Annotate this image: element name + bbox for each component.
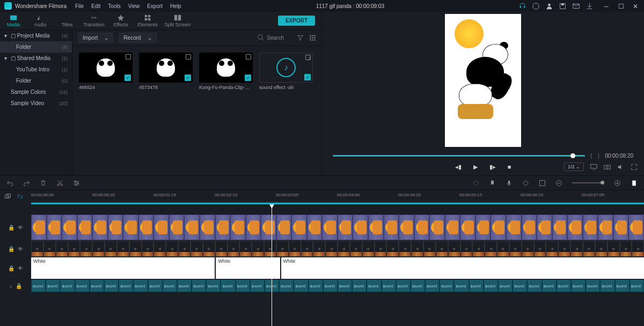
video-clip[interactable]: ✦ xyxy=(375,241,387,257)
title-clip[interactable]: White xyxy=(31,257,215,279)
video-clip[interactable]: ✦ xyxy=(632,241,644,257)
video-clip[interactable]: ✦ xyxy=(43,241,56,257)
tab-elements[interactable]: Elements xyxy=(134,12,161,29)
grid-icon[interactable] xyxy=(309,34,316,41)
video-clip[interactable] xyxy=(153,214,169,240)
media-thumb[interactable]: ✓466524 xyxy=(79,53,133,90)
audio-clip[interactable]: sound xyxy=(440,279,454,292)
menu-file[interactable]: File xyxy=(75,3,84,9)
video-clip[interactable] xyxy=(77,214,93,240)
video-clip[interactable]: ✦ xyxy=(386,241,399,257)
audio-clip[interactable]: sound xyxy=(571,279,586,292)
video-clip[interactable]: ✦ xyxy=(608,241,620,257)
prev-frame-button[interactable]: ◂▮ xyxy=(455,164,462,171)
audio-clip[interactable]: sound xyxy=(309,279,323,292)
video-clip[interactable]: ✦ xyxy=(570,241,583,257)
video-clip[interactable]: ✦ xyxy=(436,241,448,257)
preview-scale[interactable]: 1/2 ⌄ xyxy=(564,162,584,171)
audio-clip[interactable]: sound xyxy=(484,279,498,292)
video-clip[interactable]: ✦ xyxy=(105,241,117,257)
video-clip[interactable] xyxy=(276,214,292,240)
audio-clip[interactable]: sound xyxy=(542,279,557,292)
video-clip[interactable] xyxy=(200,214,215,240)
save-icon[interactable] xyxy=(559,3,566,10)
audio-clip[interactable]: sound xyxy=(513,279,527,292)
export-button[interactable]: EXPORT xyxy=(278,16,315,26)
audio-clip[interactable]: sound xyxy=(600,279,614,292)
user-icon[interactable] xyxy=(546,3,553,10)
video-clip[interactable] xyxy=(598,214,613,240)
audio-clip[interactable]: sound xyxy=(367,279,381,292)
keyframe-icon[interactable] xyxy=(522,180,529,187)
video-clip[interactable] xyxy=(261,214,276,240)
video-clip[interactable]: ✦ xyxy=(289,241,301,257)
audio-clip[interactable]: sound xyxy=(119,279,133,292)
video-clip[interactable] xyxy=(628,214,644,240)
audio-clip[interactable]: sound xyxy=(323,279,338,292)
audio-clip[interactable]: sound xyxy=(90,279,104,292)
video-clip[interactable]: ✦ xyxy=(252,241,264,257)
video-clip[interactable]: ✦ xyxy=(80,241,92,257)
zoom-in-icon[interactable] xyxy=(614,180,621,187)
play-button[interactable]: ▶ xyxy=(473,164,478,171)
video-clip[interactable]: ✦ xyxy=(509,241,522,257)
audio-track[interactable]: sound sound sound sound sound sound soun… xyxy=(31,279,644,292)
audio-clip[interactable]: sound xyxy=(338,279,352,292)
video-clip[interactable] xyxy=(138,214,154,240)
video-clip[interactable]: ✦ xyxy=(325,241,338,257)
audio-clip[interactable]: sound xyxy=(163,279,177,292)
audio-clip[interactable]: sound xyxy=(352,279,367,292)
voiceover-icon[interactable] xyxy=(506,180,513,187)
sidebar-item[interactable]: Folder(0) xyxy=(0,75,72,86)
preview-canvas[interactable] xyxy=(445,14,521,147)
video-clip[interactable] xyxy=(338,214,353,240)
title-clip[interactable]: White xyxy=(216,257,280,279)
playhead[interactable] xyxy=(272,206,272,326)
tab-titles[interactable]: Titles xyxy=(54,12,80,29)
video-clip[interactable] xyxy=(31,214,47,240)
sidebar-item[interactable]: Sample Colors(15) xyxy=(0,86,72,98)
mute-icon[interactable]: ♪ xyxy=(10,283,12,289)
video-clip[interactable]: ✦ xyxy=(620,241,632,257)
video-clip[interactable] xyxy=(246,214,261,240)
video-clip[interactable] xyxy=(552,214,568,240)
lock-icon[interactable]: 🔒 xyxy=(8,225,14,231)
title-clip[interactable]: White xyxy=(281,257,644,279)
delete-icon[interactable] xyxy=(40,180,47,187)
video-clip[interactable] xyxy=(613,214,629,240)
video-clip[interactable]: ✦ xyxy=(142,241,154,257)
info-icon[interactable] xyxy=(532,3,539,10)
video-clip[interactable] xyxy=(384,214,399,240)
menu-edit[interactable]: Edit xyxy=(91,3,100,9)
record-dropdown[interactable]: Record⌄ xyxy=(119,33,156,43)
video-clip[interactable]: ✦ xyxy=(423,241,436,257)
video-clip[interactable]: ✦ xyxy=(239,241,252,257)
undo-icon[interactable] xyxy=(6,180,13,187)
menu-export[interactable]: Export xyxy=(147,3,163,9)
preview-scrubber[interactable] xyxy=(333,155,585,157)
overlap-icon[interactable] xyxy=(4,193,11,200)
video-clip[interactable] xyxy=(537,214,552,240)
snapshot-icon[interactable] xyxy=(604,164,611,171)
audio-clip[interactable]: sound xyxy=(104,279,119,292)
eye-icon[interactable]: 👁 xyxy=(18,246,23,252)
audio-clip[interactable]: sound xyxy=(236,279,250,292)
download-icon[interactable] xyxy=(586,3,593,10)
audio-clip[interactable]: sound xyxy=(192,279,206,292)
filter-icon[interactable] xyxy=(297,34,304,41)
video-clip[interactable] xyxy=(583,214,598,240)
audio-clip[interactable]: sound xyxy=(557,279,571,292)
minimize-button[interactable]: ─ xyxy=(604,3,611,10)
sidebar-item[interactable]: ▾▢ Project Media(4) xyxy=(0,30,72,41)
video-clip[interactable] xyxy=(460,214,475,240)
video-clip[interactable]: ✦ xyxy=(153,241,166,257)
video-clip[interactable]: ✦ xyxy=(460,241,473,257)
video-clip[interactable] xyxy=(475,214,491,240)
zoom-slider[interactable] xyxy=(572,182,604,183)
video-clip[interactable]: ✦ xyxy=(583,241,595,257)
audio-clip[interactable]: sound xyxy=(469,279,484,292)
video-clip[interactable]: ✦ xyxy=(215,241,228,257)
audio-clip[interactable]: sound xyxy=(133,279,148,292)
eye-icon[interactable]: 👁 xyxy=(18,225,23,231)
video-clip[interactable]: ✦ xyxy=(338,241,350,257)
